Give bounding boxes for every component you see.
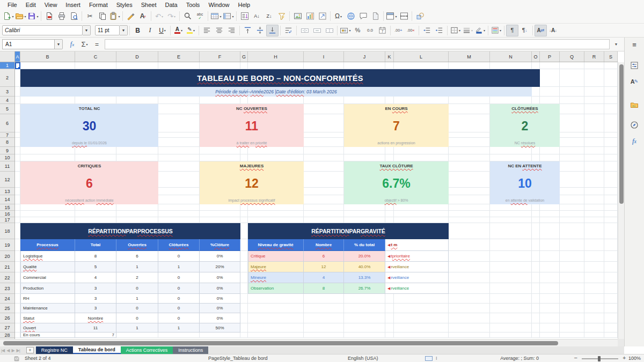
pivot-table-icon[interactable] <box>316 10 328 22</box>
freeze-rows-columns-icon[interactable]: ▾ <box>385 10 398 22</box>
cell[interactable] <box>604 188 618 195</box>
cell[interactable] <box>490 272 532 283</box>
decrease-indent-button[interactable] <box>433 25 445 36</box>
cell[interactable] <box>344 294 385 304</box>
cell[interactable] <box>584 272 604 283</box>
borders-button[interactable]: ▾ <box>449 25 462 36</box>
cell[interactable] <box>540 304 560 313</box>
text-orientation-button[interactable]: A⇄ <box>535 25 547 36</box>
cell[interactable] <box>394 211 449 217</box>
cell[interactable] <box>490 323 532 333</box>
dashboard-title[interactable]: TABLEAU DE BORD – NON-CONFORMITÉS <box>20 69 540 87</box>
cell[interactable] <box>540 251 560 262</box>
row-header-11[interactable]: 11 <box>0 161 14 172</box>
cell[interactable] <box>394 323 449 333</box>
cell[interactable] <box>394 97 449 104</box>
cell[interactable] <box>604 132 618 138</box>
process-table-cell[interactable]: Qualité <box>20 262 75 272</box>
cell[interactable] <box>560 272 584 283</box>
column-header-A[interactable]: A <box>15 51 20 62</box>
process-table-cell[interactable]: 2 <box>116 272 158 283</box>
process-table-cell[interactable]: 7 <box>75 333 116 338</box>
cell[interactable] <box>604 161 618 172</box>
cell[interactable] <box>15 132 20 138</box>
column-header-L[interactable]: L <box>394 51 449 62</box>
cell[interactable] <box>304 114 344 132</box>
cell[interactable] <box>449 161 490 172</box>
cell[interactable] <box>532 217 540 223</box>
cell[interactable] <box>15 333 20 338</box>
menu-tools[interactable]: Tools <box>182 1 204 9</box>
cell[interactable] <box>540 272 560 283</box>
cell[interactable] <box>385 211 394 217</box>
cell[interactable] <box>200 333 240 338</box>
cell[interactable] <box>449 154 490 161</box>
gravity-table-header[interactable]: Nombre <box>304 239 344 251</box>
cell[interactable] <box>15 272 20 283</box>
process-table-cell[interactable]: 0 <box>158 251 200 262</box>
font-size-combo[interactable]: 11 pt <box>95 25 120 35</box>
cell[interactable] <box>540 211 560 217</box>
cell[interactable] <box>15 172 20 188</box>
cell[interactable] <box>604 304 618 313</box>
process-table-cell[interactable]: 3 <box>75 304 116 313</box>
cell[interactable] <box>604 172 618 188</box>
row-header-20[interactable]: 20 <box>0 251 14 262</box>
cell-cursor-a1[interactable] <box>15 62 20 69</box>
cell[interactable] <box>560 161 584 172</box>
column-header-I[interactable]: I <box>304 51 344 62</box>
last-sheet-button[interactable]: ▶| <box>16 346 21 354</box>
cell[interactable] <box>604 97 618 104</box>
font-size-dropdown[interactable]: ▼ <box>120 25 128 35</box>
cell[interactable] <box>15 104 20 114</box>
cell[interactable] <box>449 304 490 313</box>
process-table-cell[interactable]: 1 <box>116 323 158 333</box>
cell[interactable] <box>344 62 385 69</box>
cell[interactable] <box>584 138 604 147</box>
cell[interactable] <box>584 69 604 87</box>
cell[interactable] <box>560 304 584 313</box>
cell[interactable] <box>490 294 532 304</box>
gravity-table-cell[interactable]: 40.0% <box>344 262 385 272</box>
cell[interactable] <box>449 323 490 333</box>
cell[interactable] <box>240 204 248 211</box>
autosum-icon[interactable]: Σ▾ <box>78 39 91 50</box>
column-header-M[interactable]: M <box>449 51 490 62</box>
cell[interactable] <box>304 62 344 69</box>
cell[interactable] <box>584 195 604 204</box>
process-table-cell[interactable]: 20% <box>200 262 240 272</box>
cell[interactable] <box>240 211 248 217</box>
row-header-25[interactable]: 25 <box>0 304 14 313</box>
cell[interactable] <box>158 217 200 223</box>
process-table-cell[interactable]: 0% <box>200 304 240 313</box>
cell[interactable] <box>116 97 158 104</box>
process-table-header[interactable]: Clôturées <box>158 239 200 251</box>
cell[interactable] <box>385 97 394 104</box>
process-table-cell[interactable]: Nombre <box>75 313 116 323</box>
delete-decimal-place-button[interactable]: .00× <box>405 25 417 36</box>
align-center-button[interactable] <box>213 25 225 36</box>
undo-button[interactable]: ↶▾ <box>153 10 165 22</box>
bold-button[interactable]: B <box>131 25 144 36</box>
average-sum-label[interactable]: Average: ; Sum: 0 <box>500 356 539 361</box>
cell[interactable] <box>490 304 532 313</box>
cell[interactable] <box>449 114 490 132</box>
row-header-4[interactable]: 4 <box>0 97 14 104</box>
cell[interactable] <box>449 217 490 223</box>
cell[interactable] <box>584 294 604 304</box>
row-header-23[interactable]: 23 <box>0 283 14 294</box>
cell[interactable] <box>449 138 490 147</box>
cell[interactable] <box>604 333 618 338</box>
gravity-table-cell[interactable]: 4 <box>304 272 344 283</box>
process-table-cell[interactable]: 0 <box>158 283 200 294</box>
cell[interactable] <box>604 283 618 294</box>
special-character-icon[interactable]: Ω▾ <box>332 10 345 22</box>
cell[interactable] <box>158 104 200 114</box>
cell[interactable] <box>584 304 604 313</box>
comment-icon[interactable] <box>357 10 369 22</box>
cell[interactable] <box>116 217 158 223</box>
cell[interactable] <box>560 217 584 223</box>
cell[interactable] <box>490 154 532 161</box>
cell[interactable] <box>15 154 20 161</box>
cell[interactable] <box>116 211 158 217</box>
